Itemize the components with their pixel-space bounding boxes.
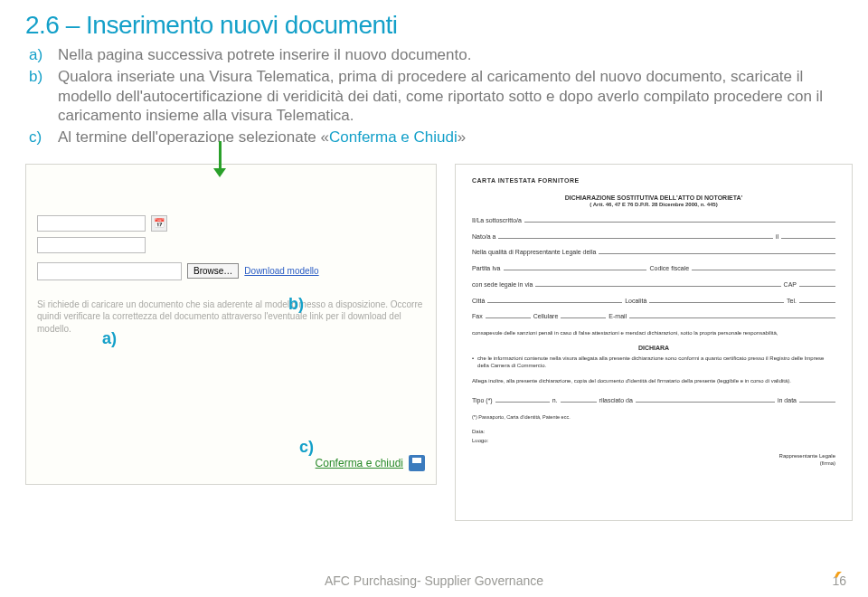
browse-button[interactable]: Browse… [187, 263, 239, 279]
instruction-item-c: c) Al termine dell'operazione selezionat… [29, 128, 843, 147]
conferma-e-chiudi-link[interactable]: Conferma e chiudi [316, 457, 403, 469]
highlight-conferma: Conferma e Chiudi [329, 128, 458, 146]
upload-form-panel: 📅 Browse… Download modello Si richiede d… [25, 164, 437, 485]
doc-para-2: Allega inoltre, alla presente dichiarazi… [472, 378, 835, 385]
callout-marker-c: c) [299, 438, 314, 457]
instruction-item-b: b) Qualora inseriate una Visura Telemati… [29, 67, 843, 126]
instruction-list: a) Nella pagina successiva potrete inser… [25, 45, 843, 147]
callout-marker-b: b) [288, 295, 304, 314]
doc-para-1: consapevole delle sanzioni penali in cas… [472, 330, 835, 337]
text-b: Qualora inseriate una Visura Telematica,… [58, 67, 843, 126]
callout-marker-a: a) [102, 329, 117, 348]
text-input-2[interactable] [37, 237, 146, 253]
file-path-input[interactable] [37, 262, 182, 280]
green-arrow-icon [213, 141, 226, 177]
doc-dichiara: DICHIARA [472, 345, 835, 353]
date-row: 📅 [37, 215, 425, 232]
doc-letterhead: CARTA INTESTATA FORNITORE [472, 177, 835, 185]
document-preview-panel: CARTA INTESTATA FORNITORE DICHIARAZIONE … [455, 164, 853, 521]
doc-subtitle: ( Artt. 46, 47 E 76 D.P.R. 28 Dicembre 2… [472, 202, 835, 209]
instruction-item-a: a) Nella pagina successiva potrete inser… [29, 45, 843, 65]
text-c: Al termine dell'operazione selezionate «… [58, 128, 466, 147]
download-modello-link[interactable]: Download modello [244, 266, 318, 276]
date-input[interactable] [37, 215, 146, 232]
bullet-a: a) [29, 45, 45, 65]
section-heading: 2.6 – Inserimento nuovi documenti [25, 11, 843, 40]
corner-decoration-icon [830, 572, 861, 593]
bullet-c: c) [29, 128, 45, 147]
footer-text: AFC Purchasing- Supplier Governance [0, 573, 868, 588]
save-disk-icon[interactable] [409, 455, 425, 471]
doc-title: DICHIARAZIONE SOSTITUTIVA DELL'ATTO DI N… [472, 194, 835, 203]
text-a: Nella pagina successiva potrete inserire… [58, 45, 471, 65]
calendar-icon[interactable]: 📅 [151, 215, 167, 232]
doc-bullet-1: •che le informazioni contenute nella vis… [472, 355, 835, 369]
doc-signature-label: Rappresentante Legale (firma) [472, 453, 835, 467]
doc-tipo-note: (*) Passaporto, Carta d'identità, Patent… [472, 414, 835, 421]
bullet-b: b) [29, 67, 45, 126]
upload-hint-text: Si richiede di caricare un documento che… [37, 298, 425, 336]
